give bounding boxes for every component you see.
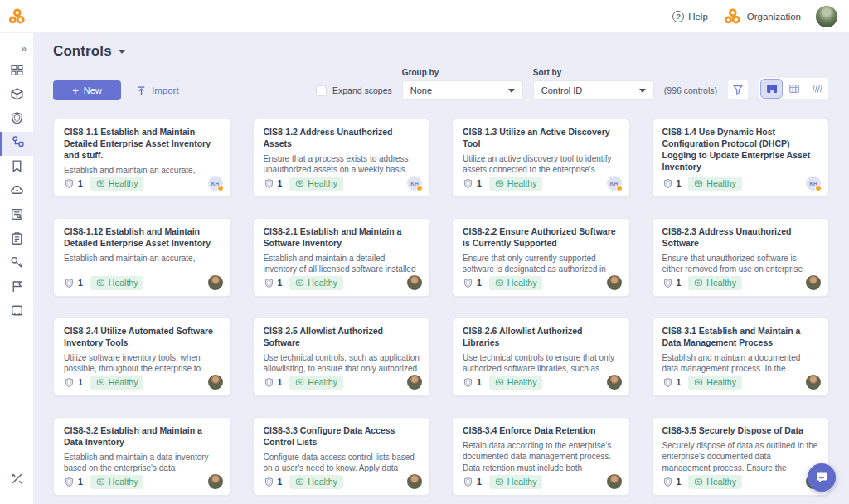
scope-indicator: 1 bbox=[662, 477, 682, 487]
avatar[interactable] bbox=[607, 474, 622, 489]
avatar[interactable]: KH bbox=[607, 176, 622, 191]
status-badge: Healthy bbox=[688, 376, 742, 390]
shield-icon bbox=[264, 278, 274, 288]
sidebar-item-clipboard[interactable] bbox=[0, 228, 33, 252]
group-by-select[interactable]: None bbox=[402, 80, 523, 100]
control-card[interactable]: CIS8-1.3 Utilize an Active Discovery Too… bbox=[452, 119, 630, 197]
health-pulse-icon bbox=[694, 179, 703, 188]
control-card[interactable]: CIS8-2.2 Ensure Authorized Software is C… bbox=[452, 218, 630, 297]
help-button[interactable]: ? Help bbox=[672, 11, 708, 22]
expand-scopes-label: Expand scopes bbox=[332, 85, 392, 95]
new-button-label: New bbox=[84, 85, 102, 95]
sidebar-item-cloud[interactable] bbox=[0, 180, 33, 204]
scope-indicator: 1 bbox=[463, 178, 482, 189]
status-label: Healthy bbox=[308, 178, 337, 188]
window-icon bbox=[10, 303, 24, 321]
user-avatar[interactable] bbox=[816, 6, 837, 27]
avatar[interactable] bbox=[806, 375, 821, 390]
scope-indicator: 1 bbox=[463, 377, 482, 388]
group-by-label: Group by bbox=[402, 68, 523, 77]
scope-count: 1 bbox=[278, 278, 283, 288]
control-card[interactable]: CIS8-3.2 Establish and Maintain a Data I… bbox=[53, 417, 231, 496]
card-title: CIS8-2.6 Allowlist Authorized Libraries bbox=[463, 326, 619, 349]
help-label: Help bbox=[688, 12, 708, 22]
timeline-view-button[interactable] bbox=[806, 80, 827, 98]
avatar[interactable] bbox=[407, 275, 422, 290]
scope-count: 1 bbox=[78, 477, 83, 487]
status-badge: Healthy bbox=[489, 376, 543, 390]
sidebar-item-tools[interactable] bbox=[0, 468, 33, 492]
page-title[interactable]: Controls bbox=[53, 43, 112, 60]
control-card[interactable]: CIS8-3.1 Establish and Maintain a Data M… bbox=[652, 317, 830, 396]
control-card[interactable]: CIS8-3.3 Configure Data Access Control L… bbox=[253, 417, 431, 496]
brand-logo-icon[interactable] bbox=[0, 0, 33, 33]
avatar[interactable] bbox=[407, 474, 422, 489]
chevron-down-icon bbox=[639, 89, 646, 93]
avatar[interactable] bbox=[208, 375, 223, 390]
control-card[interactable]: CIS8-1.1 Establish and Maintain Detailed… bbox=[53, 119, 231, 197]
page-title-caret-icon[interactable] bbox=[119, 50, 125, 54]
sidebar-item-bookmark[interactable] bbox=[0, 156, 33, 180]
health-pulse-icon bbox=[96, 179, 105, 188]
organization-button[interactable]: Organization bbox=[723, 7, 801, 26]
status-label: Healthy bbox=[308, 477, 337, 487]
shield-icon bbox=[463, 377, 473, 388]
control-card[interactable]: CIS8-2.1 Establish and Maintain a Softwa… bbox=[253, 218, 431, 297]
sidebar-item-workflow[interactable] bbox=[0, 132, 33, 156]
control-card[interactable]: CIS8-2.5 Allowlist Authorized Software U… bbox=[253, 317, 431, 396]
chat-button[interactable] bbox=[808, 463, 836, 492]
table-view-button[interactable] bbox=[784, 80, 804, 98]
sidebar-item-dashboard[interactable] bbox=[0, 60, 33, 84]
scope-indicator: 1 bbox=[264, 477, 283, 487]
control-card[interactable]: CIS8-1.2 Address Unauthorized Assets Ens… bbox=[253, 119, 431, 197]
control-card[interactable]: CIS8-3.5 Securely Dispose of Data Secure… bbox=[652, 417, 830, 496]
new-button[interactable]: + New bbox=[53, 80, 121, 100]
scope-count: 1 bbox=[78, 278, 83, 288]
card-title: CIS8-2.4 Utilize Automated Software Inve… bbox=[64, 326, 221, 349]
control-card[interactable]: CIS8-3.4 Enforce Data Retention Retain d… bbox=[452, 417, 630, 496]
dashboard-icon bbox=[10, 63, 24, 80]
checkbox-icon bbox=[316, 85, 327, 96]
avatar[interactable] bbox=[208, 474, 223, 489]
sidebar-item-flag[interactable] bbox=[0, 276, 33, 300]
scope-indicator: 1 bbox=[463, 477, 482, 487]
avatar[interactable] bbox=[806, 275, 821, 290]
control-card[interactable]: CIS8-2.3 Address Unauthorized Software E… bbox=[652, 218, 830, 297]
avatar[interactable] bbox=[607, 375, 622, 390]
status-badge: Healthy bbox=[90, 475, 144, 489]
control-card[interactable]: CIS8-1.4 Use Dynamic Host Configuration … bbox=[652, 119, 830, 197]
shield-icon bbox=[64, 278, 75, 288]
filter-button[interactable] bbox=[727, 79, 749, 100]
avatar[interactable]: KH bbox=[208, 176, 223, 191]
import-button[interactable]: Import bbox=[136, 80, 179, 100]
avatar[interactable]: KH bbox=[407, 176, 422, 191]
card-description: Securely dispose of data as outlined in … bbox=[662, 440, 819, 472]
expand-scopes-checkbox[interactable]: Expand scopes bbox=[316, 80, 392, 100]
sidebar-expand-icon[interactable]: » bbox=[0, 38, 33, 60]
avatar[interactable] bbox=[607, 275, 622, 290]
control-card[interactable]: CIS8-2.6 Allowlist Authorized Libraries … bbox=[452, 317, 630, 396]
sidebar-item-shield[interactable] bbox=[0, 108, 33, 132]
avatar[interactable] bbox=[208, 275, 223, 290]
control-card[interactable]: CIS8-2.4 Utilize Automated Software Inve… bbox=[53, 317, 231, 396]
card-title: CIS8-1.4 Use Dynamic Host Configuration … bbox=[662, 127, 819, 173]
sidebar-item-list-search[interactable] bbox=[0, 204, 33, 228]
status-badge: Healthy bbox=[489, 475, 543, 489]
avatar[interactable]: KH bbox=[806, 176, 821, 191]
controls-grid: CIS8-1.1 Establish and Maintain Detailed… bbox=[53, 119, 829, 496]
sidebar-item-key[interactable] bbox=[0, 252, 33, 276]
card-description: Ensure that only currently supported sof… bbox=[463, 253, 619, 274]
sidebar-item-cube[interactable] bbox=[0, 84, 33, 108]
scope-count: 1 bbox=[78, 377, 83, 387]
control-card[interactable]: CIS8-1.12 Establish and Maintain Detaile… bbox=[53, 218, 231, 297]
status-badge: Healthy bbox=[688, 276, 742, 290]
status-label: Healthy bbox=[507, 178, 537, 188]
sort-by-select[interactable]: Control ID bbox=[533, 80, 654, 100]
avatar[interactable] bbox=[407, 375, 422, 390]
status-badge: Healthy bbox=[688, 475, 742, 489]
shield-icon bbox=[463, 278, 473, 288]
chat-bubble-icon bbox=[815, 471, 828, 484]
cards-view-button[interactable] bbox=[761, 80, 782, 98]
status-label: Healthy bbox=[507, 278, 537, 288]
sidebar-item-window[interactable] bbox=[0, 300, 33, 324]
